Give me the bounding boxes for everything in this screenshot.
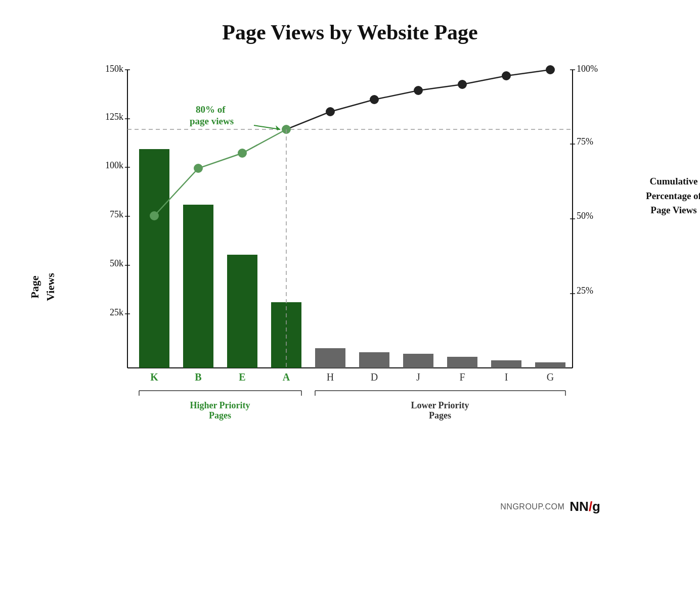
- bar-label-H: H: [327, 371, 334, 383]
- y-axis-right-label: CumulativePercentage ofPage Views: [641, 174, 700, 218]
- bar-I: [491, 360, 521, 368]
- svg-text:25%: 25%: [577, 286, 593, 296]
- dot-J: [414, 86, 422, 95]
- dot-F: [458, 80, 466, 88]
- cumulative-line-black: [286, 70, 550, 129]
- bar-J: [403, 354, 433, 368]
- bar-E: [227, 255, 257, 368]
- higher-priority-label: Higher Priority: [190, 400, 250, 410]
- svg-text:25k: 25k: [110, 307, 123, 317]
- branding-logo: NN/g: [570, 499, 600, 514]
- lower-priority-pages: Pages: [429, 410, 451, 420]
- svg-text:50%: 50%: [577, 211, 593, 221]
- bar-B: [183, 205, 213, 368]
- bar-label-I: I: [505, 371, 508, 383]
- svg-text:100%: 100%: [577, 65, 598, 74]
- cumulative-line-green: [154, 129, 286, 216]
- svg-text:75k: 75k: [110, 209, 123, 219]
- branding-site: NNGROUP.COM: [500, 502, 564, 511]
- dot-D: [370, 96, 378, 104]
- bar-K: [139, 149, 169, 368]
- svg-text:100k: 100k: [105, 160, 123, 170]
- bar-label-F: F: [459, 371, 465, 383]
- bar-label-E: E: [239, 371, 245, 383]
- chart-svg: 150k 125k 100k 75k 50k 25k 100% 75% 50% …: [97, 65, 603, 429]
- bar-label-J: J: [416, 371, 420, 383]
- bar-label-K: K: [150, 371, 158, 383]
- chart-area: PageViews CumulativePercentage ofPage Vi…: [57, 60, 643, 514]
- svg-text:150k: 150k: [105, 65, 123, 74]
- page-title: Page Views by Website Page: [222, 20, 478, 44]
- dot-E: [238, 149, 246, 157]
- branding: NNGROUP.COM NN/g: [500, 499, 600, 514]
- dot-B: [194, 164, 202, 172]
- bar-F: [447, 357, 477, 368]
- svg-text:50k: 50k: [110, 258, 123, 268]
- annotation-80-line1: 80% of: [196, 104, 226, 115]
- dot-H: [326, 108, 334, 116]
- lower-priority-label: Lower Priority: [411, 400, 469, 410]
- y-axis-left-label: PageViews: [27, 273, 59, 301]
- dot-I: [502, 72, 510, 80]
- bar-D: [359, 352, 389, 368]
- svg-text:125k: 125k: [105, 112, 123, 122]
- bar-label-A: A: [283, 371, 290, 383]
- bar-label-G: G: [547, 371, 554, 383]
- bar-label-D: D: [371, 371, 378, 383]
- dot-K: [150, 212, 158, 220]
- bar-H: [315, 348, 345, 368]
- bar-G: [535, 362, 565, 368]
- bar-label-B: B: [195, 371, 201, 383]
- higher-priority-pages: Pages: [209, 410, 231, 420]
- annotation-80-line2: page views: [190, 116, 234, 126]
- svg-text:75%: 75%: [577, 136, 593, 147]
- dot-G: [546, 66, 554, 74]
